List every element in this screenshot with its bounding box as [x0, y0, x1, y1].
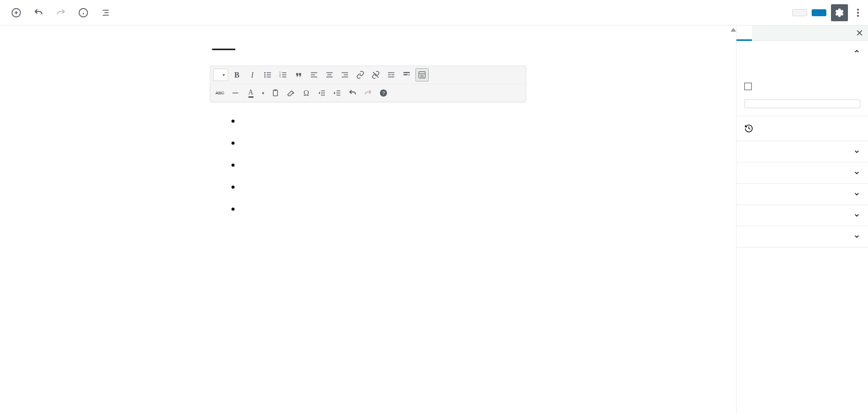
strikethrough-button[interactable]: ABC — [213, 86, 226, 100]
chevron-down-icon: ▼ — [261, 91, 265, 95]
help-button[interactable]: ? — [377, 86, 390, 100]
post-body[interactable] — [210, 113, 526, 216]
close-sidebar-button[interactable]: ✕ — [856, 28, 863, 39]
svg-rect-35 — [388, 74, 391, 75]
svg-rect-51 — [336, 91, 340, 91]
text-color-dropdown[interactable]: ▼ — [260, 86, 267, 100]
unlink-button[interactable] — [369, 68, 382, 81]
field-list — [210, 113, 526, 216]
blockquote-button[interactable] — [292, 68, 305, 81]
undo-editor-button[interactable] — [346, 86, 359, 100]
chevron-down-icon — [853, 148, 860, 155]
toolbar-toggle-button[interactable] — [415, 68, 429, 81]
redo-icon — [56, 8, 66, 18]
bold-button[interactable]: B — [230, 68, 243, 81]
svg-rect-37 — [388, 77, 395, 78]
align-center-button[interactable] — [323, 68, 336, 81]
eraser-icon — [287, 89, 295, 97]
tab-document[interactable] — [736, 25, 752, 41]
wp-adv-button[interactable] — [400, 68, 413, 81]
svg-rect-50 — [321, 95, 325, 96]
paragraph-format-select[interactable] — [213, 69, 228, 81]
panel-head-permalink[interactable] — [736, 141, 868, 162]
toolbar-row-1: B I 123 — [210, 66, 526, 84]
svg-text:?: ? — [382, 90, 385, 96]
plus-circle-icon — [11, 8, 21, 18]
panel-tags — [736, 184, 868, 205]
clear-formatting-button[interactable] — [284, 86, 297, 100]
numbered-list-button[interactable]: 123 — [277, 68, 290, 81]
help-icon: ? — [379, 89, 388, 97]
align-right-button[interactable] — [338, 68, 351, 81]
undo-button[interactable] — [32, 6, 46, 20]
panel-head-status[interactable] — [736, 41, 868, 62]
list-item — [240, 201, 526, 216]
quote-icon — [294, 71, 303, 79]
align-left-button[interactable] — [307, 68, 321, 81]
indent-button[interactable] — [331, 86, 344, 100]
read-more-button[interactable] — [385, 68, 398, 81]
svg-rect-49 — [321, 93, 325, 93]
svg-rect-15 — [267, 74, 271, 75]
hr-button[interactable] — [229, 86, 242, 100]
scroll-up-indicator — [731, 27, 736, 32]
panel-head-featured-image[interactable] — [736, 205, 868, 226]
add-block-button[interactable] — [9, 6, 23, 20]
svg-rect-38 — [404, 72, 410, 73]
list-item — [240, 179, 526, 194]
ol-icon: 123 — [279, 71, 287, 79]
update-button[interactable] — [812, 9, 826, 16]
align-right-icon — [341, 71, 349, 79]
svg-rect-53 — [336, 95, 340, 96]
sidebar-scrollbar[interactable] — [736, 25, 736, 249]
align-left-icon — [310, 71, 318, 79]
link-button[interactable] — [354, 68, 367, 81]
block-navigation-button[interactable] — [99, 6, 113, 20]
italic-button[interactable]: I — [246, 68, 259, 81]
unlink-icon — [372, 71, 380, 79]
indent-icon — [333, 89, 341, 97]
paste-text-button[interactable]: T — [269, 86, 282, 100]
svg-rect-52 — [336, 93, 340, 93]
svg-text:3: 3 — [279, 75, 281, 78]
history-icon — [744, 124, 753, 133]
textcolor-icon: A — [248, 88, 253, 98]
panel-permalink — [736, 141, 868, 162]
more-options-button[interactable] — [853, 4, 863, 21]
tab-block[interactable] — [752, 26, 767, 40]
bold-icon: B — [234, 71, 239, 79]
svg-rect-19 — [282, 73, 286, 73]
chevron-up-icon — [853, 48, 860, 55]
panel-status-visibility — [736, 41, 868, 116]
hr-icon — [231, 89, 240, 97]
undo-icon — [348, 89, 357, 97]
preview-button[interactable] — [792, 9, 807, 16]
gear-icon — [834, 8, 844, 18]
wp-icon — [402, 71, 411, 79]
special-char-button[interactable]: Ω — [300, 86, 313, 100]
move-to-trash-button[interactable] — [744, 100, 860, 108]
panel-head-excerpt[interactable] — [736, 226, 868, 247]
svg-point-14 — [264, 74, 266, 76]
bulleted-list-button[interactable] — [261, 68, 274, 81]
panel-head-tags[interactable] — [736, 184, 868, 204]
redo-button[interactable] — [54, 6, 68, 20]
toggle-icon — [418, 71, 426, 79]
panel-head-categories[interactable] — [736, 162, 868, 183]
editor-content: B I 123 ABC A — [202, 25, 534, 250]
stick-checkbox[interactable] — [744, 83, 752, 90]
panel-body-status — [736, 62, 868, 116]
panel-excerpt — [736, 226, 868, 247]
info-button[interactable] — [76, 6, 90, 20]
text-color-button[interactable]: A — [244, 86, 257, 100]
revisions-link[interactable] — [736, 116, 868, 141]
settings-button[interactable] — [831, 4, 848, 21]
redo-icon — [364, 89, 372, 97]
outdent-button[interactable] — [315, 86, 328, 100]
svg-rect-36 — [392, 74, 394, 75]
readmore-icon — [387, 71, 395, 79]
main-area: B I 123 ABC A — [0, 25, 868, 414]
redo-editor-button[interactable] — [361, 86, 375, 100]
strike-icon: ABC — [216, 91, 225, 95]
stick-checkbox-row[interactable] — [744, 77, 860, 96]
